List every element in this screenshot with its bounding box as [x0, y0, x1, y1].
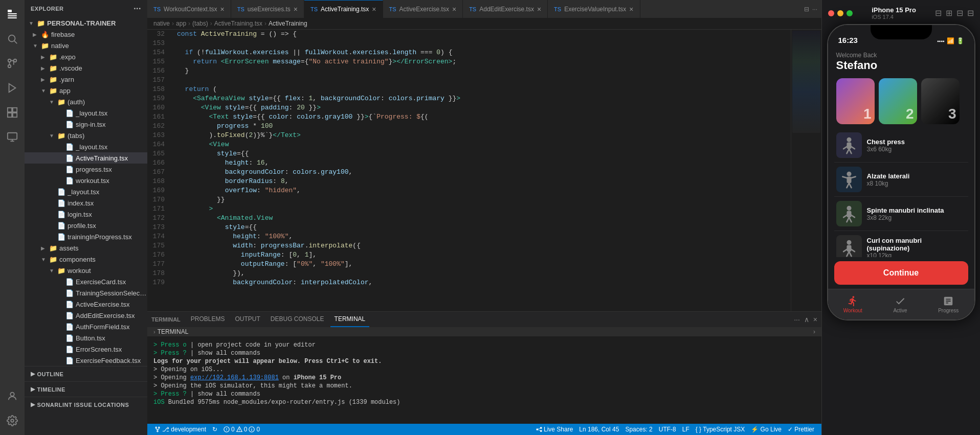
- sidebar-item-button[interactable]: 📄 Button.tsx: [25, 332, 147, 344]
- terminal-link[interactable]: exp://192.168.1.139:8081: [190, 374, 279, 381]
- sidebar-more-icon[interactable]: ···: [133, 4, 141, 13]
- close-tab-icon[interactable]: ×: [294, 5, 298, 13]
- breadcrumb-tabs[interactable]: (tabs): [192, 20, 208, 27]
- cursor-position-status[interactable]: Ln 186, Col 45: [576, 424, 622, 435]
- tab-exercisevalueinput[interactable]: TS ExerciseValueInput.tsx ×: [548, 0, 640, 18]
- close-tab-icon[interactable]: ×: [629, 5, 633, 13]
- close-dot[interactable]: [828, 10, 834, 16]
- iphone-icon-3[interactable]: ⊟: [956, 8, 963, 18]
- outline-header[interactable]: ▶ OUTLINE: [25, 369, 147, 379]
- breadcrumb-app[interactable]: app: [176, 20, 186, 27]
- sidebar-item-workout[interactable]: 📄 workout.tsx: [25, 175, 147, 186]
- sidebar-item-assets[interactable]: ▶ 📁 assets: [25, 242, 147, 254]
- sidebar-root-folder[interactable]: ▼ 📁 PERSONAL-TRAINER: [25, 17, 147, 29]
- explorer-nav-icon[interactable]: [2, 4, 23, 25]
- sidebar-item-trainingInProgress[interactable]: 📄 trainingInProgress.tsx: [25, 231, 147, 242]
- code-editor[interactable]: 32 const ActiveTraining = () => { 153 15…: [147, 30, 791, 311]
- sidebar-item-exercisecard[interactable]: 📄 ExerciseCard.tsx: [25, 276, 147, 287]
- tab-useexercises[interactable]: TS useExercises.ts ×: [231, 0, 304, 18]
- panel-tab-problems[interactable]: PROBLEMS: [187, 312, 229, 327]
- maximize-dot[interactable]: [847, 10, 853, 16]
- sidebar-item-login[interactable]: 📄 login.tsx: [25, 209, 147, 220]
- spaces-status[interactable]: Spaces: 2: [622, 424, 655, 435]
- close-tab-icon[interactable]: ×: [372, 5, 376, 13]
- phone-card-1[interactable]: 1: [836, 78, 875, 124]
- sidebar-item-components[interactable]: ▼ 📁 components: [25, 254, 147, 265]
- tab-addeditexercise[interactable]: TS AddEditExercise.tsx ×: [463, 0, 548, 18]
- sync-status[interactable]: ↻: [209, 424, 220, 435]
- tab-activeexercise[interactable]: TS ActiveExercise.tsx ×: [383, 0, 463, 18]
- sidebar-item-layout-tabs[interactable]: 📄 _layout.tsx: [25, 141, 147, 152]
- minimize-dot[interactable]: [837, 10, 843, 16]
- sidebar-item-vscode[interactable]: ▶ 📁 .vscode: [25, 62, 147, 74]
- settings-nav-icon[interactable]: [2, 410, 23, 431]
- continue-button[interactable]: Continue: [834, 261, 968, 285]
- search-nav-icon[interactable]: [2, 29, 23, 49]
- sonarlint-header[interactable]: ▶ SONARLINT ISSUE LOCATIONS: [25, 399, 147, 410]
- sidebar-item-profile[interactable]: 📄 profile.tsx: [25, 220, 147, 231]
- exercise-item-2[interactable]: Alzate laterali x8 10kg: [834, 163, 968, 197]
- terminal-right-icon[interactable]: ›: [813, 328, 815, 335]
- sidebar-item-layout-auth[interactable]: 📄 _layout.tsx: [25, 107, 147, 119]
- close-tab-icon[interactable]: ×: [452, 5, 456, 13]
- line-ending-status[interactable]: LF: [679, 424, 693, 435]
- problems-status[interactable]: 0 0 0: [220, 424, 263, 435]
- panel-up-icon[interactable]: ∧: [804, 315, 809, 324]
- sidebar-item-errorscreen[interactable]: 📄 ErrorScreen.tsx: [25, 344, 147, 355]
- panel-close-icon[interactable]: ×: [813, 315, 817, 324]
- sidebar-item-exercisefeedback[interactable]: 📄 ExerciseFeedback.tsx: [25, 355, 147, 366]
- source-control-nav-icon[interactable]: [2, 53, 23, 74]
- breadcrumb-file[interactable]: ActiveTraining.tsx: [214, 20, 262, 27]
- sidebar-item-index[interactable]: 📄 index.tsx: [25, 197, 147, 209]
- split-editor-icon[interactable]: ⊟: [804, 6, 809, 13]
- timeline-header[interactable]: ▶ TIMELINE: [25, 384, 147, 395]
- live-share-status[interactable]: Live Share: [533, 424, 576, 435]
- phone-card-3[interactable]: 3: [921, 78, 960, 124]
- sidebar-item-expo[interactable]: ▶ 📁 .expo: [25, 51, 147, 62]
- sidebar-item-firebase[interactable]: ▶ 🔥 firebase: [25, 29, 147, 40]
- terminal-expand-icon[interactable]: ›: [153, 329, 155, 335]
- sidebar-item-app[interactable]: ▼ 📁 app: [25, 85, 147, 96]
- exercise-item-4[interactable]: Curl con manubri (supinazione) x10 12kg: [834, 231, 968, 257]
- phone-tab-workout[interactable]: Workout: [843, 295, 862, 313]
- debug-nav-icon[interactable]: [2, 78, 23, 98]
- account-nav-icon[interactable]: [2, 386, 23, 406]
- phone-carousel[interactable]: 1 2 3: [828, 74, 974, 128]
- extensions-nav-icon[interactable]: [2, 102, 23, 123]
- sidebar-item-authformfield[interactable]: 📄 AuthFormField.tsx: [25, 321, 147, 332]
- iphone-icon-4[interactable]: ⊟: [967, 8, 974, 18]
- panel-tab-debug[interactable]: DEBUG CONSOLE: [266, 312, 328, 327]
- iphone-icon-1[interactable]: ⊟: [935, 8, 942, 18]
- sidebar-item-signin[interactable]: 📄 sign-in.tsx: [25, 119, 147, 130]
- close-tab-icon[interactable]: ×: [537, 5, 541, 13]
- panel-more-icon[interactable]: ···: [794, 315, 800, 324]
- phone-card-2[interactable]: 2: [879, 78, 917, 124]
- branch-status[interactable]: ⎇ development: [151, 424, 209, 435]
- go-live-status[interactable]: ⚡ Go Live: [748, 424, 785, 435]
- panel-tab-output[interactable]: OUTPUT: [231, 312, 264, 327]
- panel-tab-terminal[interactable]: TERMINAL: [330, 312, 370, 327]
- sidebar-item-tabs[interactable]: ▼ 📁 (tabs): [25, 130, 147, 141]
- phone-tab-progress[interactable]: Progress: [938, 295, 959, 313]
- sidebar-item-activetraining[interactable]: 📄 ActiveTraining.tsx: [25, 152, 147, 164]
- close-tab-icon[interactable]: ×: [220, 5, 225, 13]
- breadcrumb-native[interactable]: native: [153, 20, 170, 27]
- phone-tab-active[interactable]: Active: [893, 295, 907, 313]
- iphone-icon-2[interactable]: ⊞: [946, 8, 952, 18]
- language-status[interactable]: { } TypeScript JSX: [693, 424, 748, 435]
- encoding-status[interactable]: UTF-8: [656, 424, 679, 435]
- breadcrumb-symbol[interactable]: ActiveTraining: [269, 20, 307, 27]
- sidebar-item-layout-app[interactable]: 📄 _layout.tsx: [25, 186, 147, 197]
- sidebar-item-addeditexercise[interactable]: 📄 AddEditExercise.tsx: [25, 310, 147, 321]
- exercise-item-1[interactable]: Chest press 3x6 60kg: [834, 128, 968, 163]
- more-tab-actions-icon[interactable]: ···: [812, 6, 817, 13]
- remote-explorer-nav-icon[interactable]: [2, 127, 23, 147]
- sidebar-item-auth[interactable]: ▼ 📁 (auth): [25, 96, 147, 107]
- sidebar-item-yarn[interactable]: ▶ 📁 .yarn: [25, 74, 147, 85]
- sidebar-item-trainingsessionselector[interactable]: 📄 TrainingSessionSelector.t...: [25, 287, 147, 299]
- tab-activetraining[interactable]: TS ActiveTraining.tsx ×: [304, 0, 383, 18]
- sidebar-item-progress[interactable]: 📄 progress.tsx: [25, 164, 147, 175]
- sidebar-item-native[interactable]: ▼ 📁 native: [25, 40, 147, 51]
- sidebar-item-workout-folder[interactable]: ▼ 📁 workout: [25, 265, 147, 276]
- prettier-status[interactable]: ✓ Prettier: [785, 424, 817, 435]
